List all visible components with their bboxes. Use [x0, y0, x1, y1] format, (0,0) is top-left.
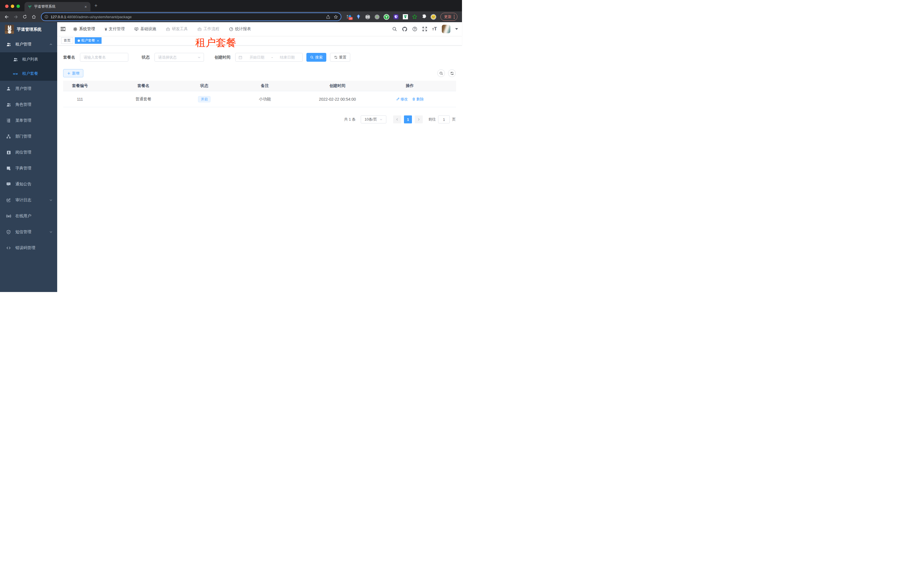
extension-command-icon[interactable] [365, 14, 371, 20]
sidebar-item-notices[interactable]: 通知公告 [0, 176, 57, 192]
back-icon[interactable] [3, 13, 10, 20]
pagination: 共 1 条 10条/页 1 前往 页 [344, 115, 456, 123]
sidebar-item-posts[interactable]: 岗位管理 [0, 145, 57, 160]
url-path: :48080/admin-ui/system/tenant/package [66, 15, 132, 19]
sidebar-item-label: 在线用户 [15, 214, 31, 219]
extension-chat-icon[interactable] [402, 14, 408, 20]
name-filter-label: 套餐名 [63, 55, 75, 60]
site-info-icon[interactable] [45, 15, 48, 19]
extension-puzzle-icon[interactable] [421, 14, 427, 20]
delete-link[interactable]: 删除 [412, 97, 424, 102]
tag-home[interactable]: 首页 [61, 37, 73, 44]
forward-icon[interactable] [12, 13, 19, 20]
caret-down-icon[interactable] [455, 28, 458, 30]
browser-toolbar: 127.0.0.1:48080/admin-ui/system/tenant/p… [0, 12, 462, 22]
profile-avatar-icon[interactable] [431, 14, 436, 20]
extension-dot-icon[interactable] [374, 14, 380, 20]
reset-button[interactable]: 重置 [330, 53, 350, 62]
users-icon [13, 57, 18, 62]
date-range-picker[interactable]: 开始日期 - 结束日期 [235, 53, 303, 62]
url-bar[interactable]: 127.0.0.1:48080/admin-ui/system/tenant/p… [41, 13, 342, 21]
sidebar-item-tenant-package-label: 租户套餐 [22, 71, 38, 76]
package-name-input[interactable] [80, 53, 128, 61]
start-date-placeholder[interactable]: 开始日期 [245, 55, 269, 60]
sidebar-item-online-users[interactable]: 在线用户 [0, 208, 57, 224]
sidebar-item-tenant-list[interactable]: 租户列表 [0, 52, 57, 67]
sidebar-item-sms[interactable]: 短信管理 [0, 224, 57, 240]
nav-statistics[interactable]: 统计报表 [229, 26, 251, 31]
prev-page-button[interactable] [393, 115, 401, 123]
sidebar-item-dictionary[interactable]: 字典管理 [0, 160, 57, 176]
github-icon[interactable] [402, 26, 408, 32]
collapse-sidebar-icon[interactable] [61, 27, 67, 31]
edit-link[interactable]: 修改 [396, 97, 408, 102]
page-title-overlay: 租户套餐 [195, 38, 236, 48]
tag-tenant-package[interactable]: 租户套餐 × [75, 37, 102, 44]
page-number-1[interactable]: 1 [404, 115, 412, 123]
share-icon[interactable] [326, 15, 330, 19]
sidebar-item-roles[interactable]: 角色管理 [0, 97, 57, 113]
nav-workflow[interactable]: 工作流程 [198, 26, 219, 31]
tag-home-label: 首页 [64, 38, 71, 43]
tags-view-bar: 首页 租户套餐 × [57, 36, 462, 46]
font-size-icon[interactable]: TT [432, 26, 437, 32]
home-icon[interactable] [30, 13, 38, 20]
add-button[interactable]: 新增 [63, 69, 83, 77]
sidebar-item-departments[interactable]: 部门管理 [0, 128, 57, 145]
show-search-icon[interactable] [437, 69, 445, 77]
sidebar-item-audit-log[interactable]: 审计日志 [0, 192, 57, 208]
nav-label: 工作流程 [203, 26, 219, 31]
nav-payment-management[interactable]: ¥ 支付管理 [105, 26, 125, 31]
end-date-placeholder[interactable]: 结束日期 [275, 55, 300, 60]
extension-shield-icon[interactable] [393, 14, 399, 20]
status-select[interactable]: 请选择状态 [155, 53, 204, 62]
page-size-select[interactable]: 10条/页 [361, 115, 386, 123]
sidebar-item-label: 审计日志 [15, 197, 31, 203]
col-header-package-id: 套餐编号 [63, 83, 97, 89]
search-button[interactable]: 搜索 [306, 53, 326, 62]
refresh-table-icon[interactable] [448, 69, 456, 77]
browser-tab[interactable]: 芋道管理系统 × [25, 2, 91, 12]
fullscreen-icon[interactable] [422, 26, 427, 31]
goto-label: 前往 [429, 117, 436, 122]
reload-icon[interactable] [21, 13, 28, 20]
tab-close-icon[interactable]: × [83, 4, 88, 9]
user-avatar[interactable] [442, 25, 450, 33]
col-header-remark: 备注 [218, 83, 311, 89]
sidebar-item-error-codes[interactable]: 错误码管理 [0, 240, 57, 256]
search-button-label: 搜索 [315, 55, 323, 60]
date-filter-label: 创建时间 [214, 55, 231, 60]
zoom-window-button[interactable] [16, 5, 20, 8]
extension-gem-icon[interactable] [355, 14, 361, 20]
nav-infrastructure[interactable]: 基础设施 [134, 26, 156, 31]
sidebar-item-menus[interactable]: 菜单管理 [0, 113, 57, 128]
col-header-created-at: 创建时间 [311, 83, 363, 89]
sidebar-item-tenant-package[interactable]: 租户套餐 [0, 67, 57, 81]
nav-dev-tools[interactable]: 研发工具 [166, 26, 188, 31]
extension-star-icon[interactable] [412, 14, 417, 20]
chrome-update-menu[interactable]: 更新 [441, 13, 457, 21]
goto-page-input[interactable] [438, 115, 450, 123]
sidebar-group-tenant[interactable]: 租户管理 [0, 36, 57, 52]
table-tools [437, 69, 456, 77]
new-tab-button[interactable]: + [94, 3, 97, 8]
delete-link-label: 删除 [416, 97, 424, 102]
nav-system-management[interactable]: 系统管理 [73, 26, 95, 31]
reset-button-label: 重置 [339, 55, 346, 60]
close-icon[interactable]: × [97, 39, 99, 42]
minimize-window-button[interactable] [11, 5, 14, 8]
sidebar-item-label: 短信管理 [15, 229, 31, 235]
bookmark-star-icon[interactable] [334, 15, 338, 19]
help-icon[interactable] [412, 26, 417, 31]
sidebar-item-users[interactable]: 用户管理 [0, 81, 57, 97]
table-toolbar: 新增 [63, 69, 456, 77]
close-window-button[interactable] [5, 5, 8, 8]
sidebar-item-label: 部门管理 [15, 134, 31, 139]
extension-modheader-icon[interactable]: 10 [346, 14, 352, 20]
search-icon[interactable] [392, 26, 397, 31]
tag-tenant-package-label: 租户套餐 [81, 38, 95, 43]
yen-icon: ¥ [105, 27, 107, 31]
extension-y-icon[interactable] [383, 14, 389, 20]
next-page-button[interactable] [415, 115, 423, 123]
users-icon [6, 102, 11, 107]
